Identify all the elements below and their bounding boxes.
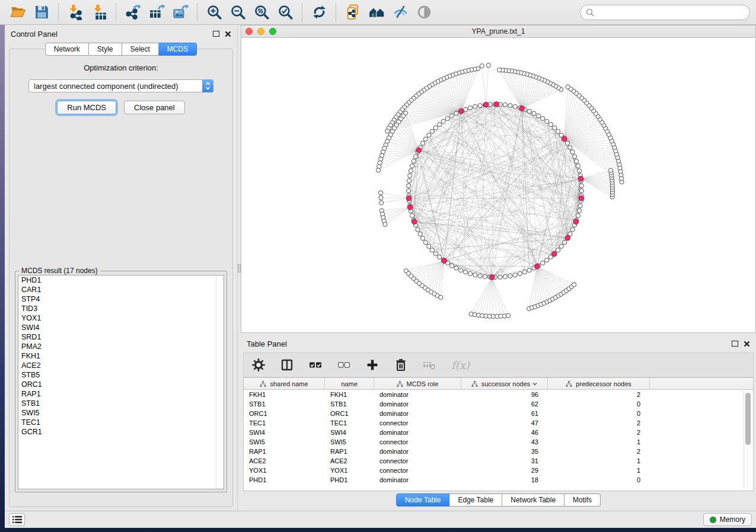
graph-node[interactable] <box>418 232 422 236</box>
graph-node[interactable] <box>572 283 576 287</box>
graph-hub-node[interactable] <box>535 264 540 269</box>
memory-button[interactable]: Memory <box>703 513 752 526</box>
table-row[interactable]: STB1STB1dominator620 <box>244 399 753 409</box>
graph-node[interactable] <box>545 119 549 123</box>
criterion-dropdown[interactable]: largest connected component (undirected) <box>28 79 213 92</box>
graph-node[interactable] <box>439 295 443 299</box>
graph-node[interactable] <box>430 248 434 252</box>
graph-node[interactable] <box>579 188 583 193</box>
close-panel-button-mcds[interactable]: Close panel <box>124 101 185 114</box>
import-table-button[interactable] <box>88 2 110 23</box>
graph-node[interactable] <box>433 126 438 130</box>
export-network-button[interactable] <box>122 2 143 23</box>
graph-node[interactable] <box>573 155 577 159</box>
list-item[interactable]: ACE2 <box>18 361 224 370</box>
graph-node[interactable] <box>568 145 572 149</box>
graph-node[interactable] <box>408 174 412 178</box>
graph-node[interactable] <box>423 241 428 245</box>
graph-node[interactable] <box>423 137 428 141</box>
list-item[interactable]: STP4 <box>18 294 224 304</box>
graph-hub-node[interactable] <box>459 108 464 114</box>
list-item[interactable]: CAR1 <box>18 285 224 294</box>
graph-node[interactable] <box>506 313 511 318</box>
graph-node[interactable] <box>566 85 570 89</box>
graph-node[interactable] <box>430 129 434 133</box>
zoom-selected-button[interactable] <box>275 2 296 23</box>
graph-hub-node[interactable] <box>483 102 489 108</box>
network-home-button[interactable] <box>366 2 387 23</box>
graph-hub-node[interactable] <box>519 106 525 111</box>
graph-node[interactable] <box>483 274 487 278</box>
list-item[interactable]: SWI5 <box>18 408 224 418</box>
task-history-button[interactable] <box>9 513 25 526</box>
graph-node[interactable] <box>379 201 384 205</box>
graph-node[interactable] <box>445 116 449 120</box>
column-header-name[interactable]: name <box>325 378 374 389</box>
list-item[interactable]: RAP1 <box>18 389 224 399</box>
column-header-mcds-role[interactable]: MCDS role <box>374 378 461 389</box>
split-table-button[interactable] <box>280 358 294 371</box>
graph-node[interactable] <box>548 123 553 127</box>
graph-hub-node[interactable] <box>562 136 567 142</box>
graph-hub-node[interactable] <box>573 219 579 225</box>
graph-node[interactable] <box>556 248 560 252</box>
table-row[interactable]: SWI5SWI5connector431 <box>244 437 753 447</box>
table-row[interactable]: YOX1YOX1connector291 <box>244 466 753 475</box>
table-row[interactable]: ORC1ORC1dominator610 <box>244 409 753 418</box>
function-builder-button[interactable]: f(x) <box>451 359 470 371</box>
close-table-panel-button[interactable] <box>744 341 750 347</box>
graph-node[interactable] <box>579 184 583 188</box>
graph-node[interactable] <box>468 271 473 275</box>
graph-node[interactable] <box>376 168 380 172</box>
tab-node-table[interactable]: Node Table <box>396 493 450 507</box>
export-image-button[interactable] <box>170 2 191 23</box>
scrollbar-thumb[interactable] <box>745 393 751 445</box>
graph-node[interactable] <box>427 244 431 248</box>
graph-node[interactable] <box>486 63 490 68</box>
list-item[interactable]: YOX1 <box>18 313 224 323</box>
graph-node[interactable] <box>410 213 414 217</box>
export-table-button[interactable] <box>146 2 167 23</box>
graph-node[interactable] <box>565 141 569 145</box>
graph-node[interactable] <box>570 227 575 232</box>
graph-node[interactable] <box>478 274 482 278</box>
list-item[interactable]: SWI4 <box>18 323 224 332</box>
float-table-panel-button[interactable] <box>732 341 738 347</box>
zoom-out-button[interactable] <box>227 2 248 23</box>
graph-hub-node[interactable] <box>578 176 583 181</box>
graph-node[interactable] <box>410 164 414 168</box>
float-panel-button[interactable] <box>213 31 219 37</box>
table-row[interactable]: PHD1PHD1dominator180 <box>244 475 753 485</box>
graph-node[interactable] <box>379 196 383 200</box>
table-scrollbar[interactable] <box>744 391 751 489</box>
graph-node[interactable] <box>480 64 484 68</box>
graph-hub-node[interactable] <box>416 148 422 153</box>
share-document-button[interactable] <box>342 2 363 23</box>
refresh-button[interactable] <box>308 2 330 23</box>
graph-node[interactable] <box>576 164 580 168</box>
graph-node[interactable] <box>527 109 531 113</box>
graph-node[interactable] <box>420 236 425 241</box>
result-scrollbar[interactable] <box>216 275 224 489</box>
graph-node[interactable] <box>570 150 575 154</box>
graph-node[interactable] <box>575 159 579 164</box>
graph-node[interactable] <box>383 222 387 226</box>
graph-node[interactable] <box>503 102 507 107</box>
graph-node[interactable] <box>427 133 431 137</box>
graph-node[interactable] <box>508 104 512 108</box>
graph-node[interactable] <box>473 104 477 108</box>
graph-node[interactable] <box>578 204 582 208</box>
graph-hub-node[interactable] <box>494 102 499 107</box>
graph-node[interactable] <box>576 213 580 217</box>
table-settings-button[interactable] <box>252 358 265 371</box>
import-network-button[interactable] <box>65 2 86 23</box>
tab-style[interactable]: Style <box>89 43 122 56</box>
search-box[interactable] <box>580 5 750 20</box>
list-item[interactable]: STB1 <box>18 399 224 408</box>
graph-node[interactable] <box>407 184 411 188</box>
graph-node[interactable] <box>459 268 463 273</box>
deselect-all-columns-button[interactable] <box>337 358 350 371</box>
graph-node[interactable] <box>413 155 417 159</box>
list-item[interactable]: GCR1 <box>18 427 224 437</box>
graph-node[interactable] <box>385 129 390 133</box>
